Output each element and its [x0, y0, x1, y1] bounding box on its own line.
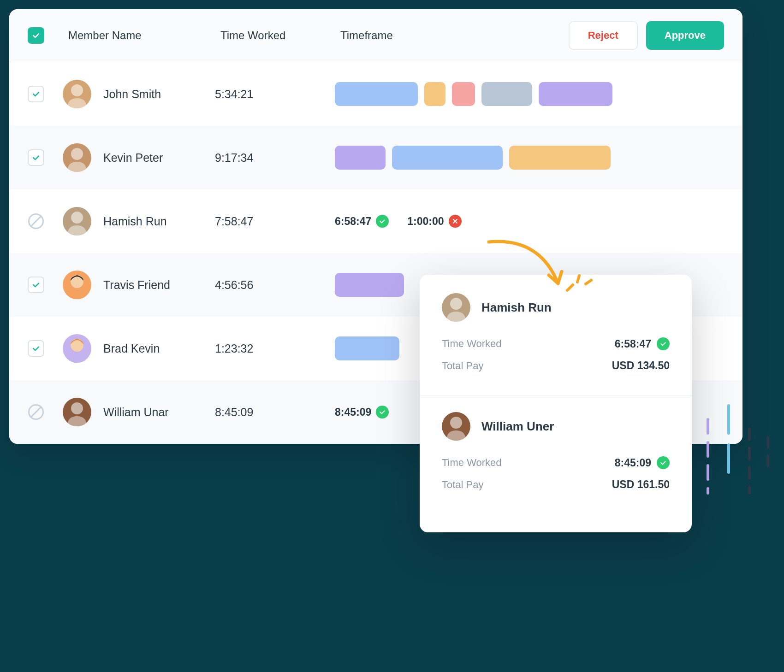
time-worked: 7:58:47	[215, 215, 335, 228]
timeframe-bar	[452, 82, 475, 106]
member-name: Travis Friend	[103, 278, 215, 292]
avatar	[63, 80, 91, 108]
column-header-name: Member Name	[68, 29, 220, 42]
row-status	[28, 213, 44, 229]
avatar	[442, 412, 470, 441]
table-row[interactable]: Kevin Peter9:17:34	[9, 126, 742, 189]
popup-time-label: Time Worked	[442, 457, 502, 469]
check-circle-icon	[657, 456, 670, 469]
member-name: Brad Kevin	[103, 342, 215, 355]
svg-point-12	[450, 417, 462, 429]
popup-pay-row: Total PayUSD 161.50	[442, 478, 670, 491]
popup-pay-row: Total PayUSD 134.50	[442, 360, 670, 372]
time-status-chip: 8:45:09	[335, 406, 389, 419]
time-worked: 9:17:34	[215, 151, 335, 165]
member-name: Kevin Peter	[103, 151, 215, 165]
timeframe-cell	[335, 82, 724, 106]
timeframe-bar	[539, 82, 612, 106]
popup-section: Hamish RunTime Worked6:58:47Total PayUSD…	[420, 293, 692, 395]
popup-time-label: Time Worked	[442, 338, 502, 350]
time-worked: 8:45:09	[215, 406, 335, 419]
timeframe-cell: 6:58:471:00:00	[335, 215, 724, 228]
table-row[interactable]: John Smith5:34:21	[9, 62, 742, 126]
timeframe-bar	[424, 82, 445, 106]
time-status-text: 6:58:47	[335, 215, 371, 228]
time-worked: 5:34:21	[215, 88, 335, 101]
svg-point-0	[71, 84, 83, 96]
popup-time-row: Time Worked8:45:09	[442, 456, 670, 469]
time-status-text: 8:45:09	[335, 406, 371, 419]
popup-member-name: William Uner	[481, 419, 554, 434]
avatar	[63, 207, 91, 236]
popup-pay-label: Total Pay	[442, 360, 484, 372]
row-checkbox[interactable]	[28, 277, 44, 293]
timeframe-bar	[392, 146, 503, 170]
popup-pay-label: Total Pay	[442, 479, 484, 491]
timeframe-bar	[481, 82, 532, 106]
time-worked: 1:23:32	[215, 342, 335, 355]
popup-header: William Uner	[442, 412, 670, 441]
timeframe-cell	[335, 146, 724, 170]
svg-point-11	[450, 298, 462, 310]
popup-pay-value: USD 134.50	[612, 360, 670, 372]
header-actions: Reject Approve	[569, 21, 724, 50]
column-header-timeframe: Timeframe	[340, 29, 569, 42]
avatar	[63, 271, 91, 299]
avatar	[63, 143, 91, 172]
approve-button[interactable]: Approve	[646, 21, 724, 50]
svg-point-5	[71, 275, 83, 288]
check-circle-icon	[376, 215, 389, 228]
popup-time-value: 8:45:09	[615, 456, 670, 469]
popup-time-row: Time Worked6:58:47	[442, 337, 670, 350]
select-all-checkbox[interactable]	[28, 27, 44, 44]
svg-point-1	[71, 148, 83, 160]
member-name: Hamish Run	[103, 215, 215, 228]
popup-section: William UnerTime Worked8:45:09Total PayU…	[420, 395, 692, 514]
time-status-chip: 1:00:00	[407, 215, 461, 228]
popup-header: Hamish Run	[442, 293, 670, 322]
member-name: John Smith	[103, 88, 215, 101]
popup-member-name: Hamish Run	[481, 301, 552, 315]
time-worked: 4:56:56	[215, 278, 335, 292]
timeframe-bar	[509, 146, 611, 170]
avatar	[63, 398, 91, 426]
row-checkbox[interactable]	[28, 149, 44, 166]
check-circle-icon	[376, 406, 389, 419]
member-name: William Unar	[103, 406, 215, 419]
popup-pay-value: USD 161.50	[612, 478, 670, 491]
time-status-text: 1:00:00	[407, 215, 444, 228]
avatar	[442, 293, 470, 322]
table-header: Member Name Time Worked Timeframe Reject…	[9, 9, 742, 62]
column-header-time: Time Worked	[220, 29, 340, 42]
table-row[interactable]: Hamish Run7:58:476:58:471:00:00	[9, 189, 742, 253]
svg-point-2	[71, 212, 83, 224]
cross-circle-icon	[449, 215, 462, 228]
svg-point-7	[71, 402, 83, 414]
svg-point-6	[71, 339, 83, 352]
row-status	[28, 404, 44, 420]
timeframe-bar	[335, 273, 404, 297]
popup-time-value: 6:58:47	[615, 337, 670, 350]
check-icon	[31, 31, 41, 40]
timeframe-bar	[335, 82, 418, 106]
reject-button[interactable]: Reject	[569, 21, 638, 50]
row-checkbox[interactable]	[28, 86, 44, 102]
ban-icon	[28, 213, 44, 229]
check-circle-icon	[657, 337, 670, 350]
avatar	[63, 334, 91, 363]
row-checkbox[interactable]	[28, 340, 44, 357]
ban-icon	[28, 404, 44, 420]
detail-popup: Hamish RunTime Worked6:58:47Total PayUSD…	[420, 275, 692, 532]
timeframe-bar	[335, 146, 386, 170]
time-status-chip: 6:58:47	[335, 215, 389, 228]
timeframe-bar	[335, 336, 399, 360]
